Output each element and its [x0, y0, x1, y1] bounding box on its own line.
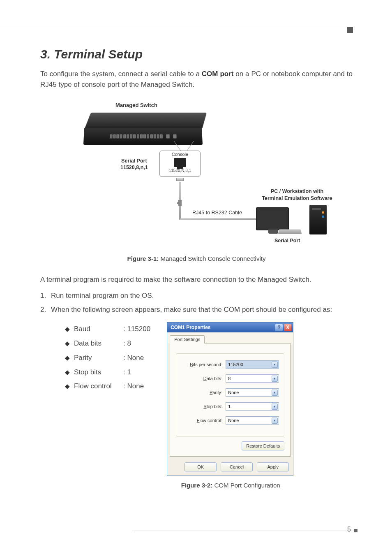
restore-row: Restore Defaults: [176, 441, 284, 450]
page-number: 5: [347, 526, 351, 533]
field-parity: Parity: None ▾: [181, 388, 279, 397]
svg-rect-0: [178, 200, 182, 206]
field-stop-bits: Stop bits: 1 ▾: [181, 402, 279, 411]
chevron-down-icon: ▾: [272, 404, 278, 410]
chevron-down-icon: ▾: [272, 376, 278, 382]
parity-select[interactable]: None ▾: [226, 388, 279, 397]
terminal-program-paragraph: A terminal program is required to make t…: [40, 274, 353, 285]
tab-panel: Bits per second: 115200 ▾ Data bits: 8 ▾: [170, 343, 291, 457]
dialog-titlebar: COM1 Properties ? X: [167, 323, 293, 332]
dialog-wrapper: COM1 Properties ? X Port Settings Bits p…: [167, 322, 294, 489]
param-parity: ◆ Parity : None: [65, 351, 150, 365]
pc-l1: PC / Workstation with: [271, 188, 323, 194]
cancel-button[interactable]: Cancel: [221, 462, 253, 471]
ok-button[interactable]: OK: [184, 462, 217, 471]
switch-device-icon: [83, 113, 203, 144]
figure-3-2-caption: Figure 3-2: COM Port Configuration: [167, 482, 294, 489]
footer-mark: [354, 529, 357, 532]
stopbits-value: 1: [228, 404, 231, 409]
field-data-bits: Data bits: 8 ▾: [181, 374, 279, 383]
com1-properties-dialog: COM1 Properties ? X Port Settings Bits p…: [167, 322, 293, 476]
step-1: 1. Run terminal program on the OS.: [40, 292, 353, 300]
pc-icon: [256, 205, 338, 236]
parity-label: Parity:: [210, 390, 222, 395]
apply-button[interactable]: Apply: [257, 462, 289, 471]
serial-port-label-switch: Serial Port 11520,8,n,1: [120, 158, 148, 171]
fig1-text: Managed Switch Console Connectivity: [159, 255, 265, 262]
flow-select[interactable]: None ▾: [226, 416, 279, 425]
svg-rect-1: [177, 202, 178, 204]
param-databits: ◆ Data bits : 8: [65, 337, 150, 351]
managed-switch-label: Managed Switch: [115, 102, 157, 108]
param-list: ◆ Baud : 115200 ◆ Data bits : 8 ◆ Parity…: [65, 322, 150, 394]
console-label: Console: [172, 152, 188, 157]
chevron-down-icon: ▾: [272, 418, 278, 424]
help-button[interactable]: ?: [275, 324, 283, 331]
step-2-num: 2.: [40, 306, 46, 314]
param-baud: ◆ Baud : 115200: [65, 322, 150, 337]
field-flow-control: Flow control: None ▾: [181, 416, 279, 425]
cable-label: RJ45 to RS232 Cable: [192, 210, 242, 216]
field-bits-per-second: Bits per second: 115200 ▾: [181, 360, 279, 369]
tab-port-settings[interactable]: Port Settings: [170, 335, 205, 343]
stopbits-select[interactable]: 1 ▾: [226, 402, 279, 411]
fig2-bold: Figure 3-2:: [181, 482, 213, 489]
cable-horizontal: [180, 218, 258, 220]
form-group: Bits per second: 115200 ▾ Data bits: 8 ▾: [176, 353, 284, 436]
pc-l2: Terminal Emulation Software: [262, 195, 332, 201]
bullet-icon: ◆: [65, 366, 70, 379]
console-sub: 11520,N,8,1: [160, 168, 200, 173]
fig2-text: COM Port Configuration: [212, 482, 280, 489]
cable-connector-icon: [176, 178, 184, 181]
parity-value: None: [228, 390, 239, 395]
keyboard-icon: [278, 229, 302, 234]
param-stopbits: ◆ Stop bits : 1: [65, 365, 150, 380]
dialog-footer: OK Cancel Apply: [167, 459, 293, 476]
intro-pre: To configure the system, connect a seria…: [40, 70, 202, 78]
databits-select[interactable]: 8 ▾: [226, 374, 279, 383]
lower-section: ◆ Baud : 115200 ◆ Data bits : 8 ◆ Parity…: [40, 322, 353, 489]
chevron-down-icon: ▾: [272, 390, 278, 396]
bps-select[interactable]: 115200 ▾: [226, 360, 279, 369]
param-key: Parity: [74, 351, 123, 365]
flow-label: Flow control:: [197, 418, 222, 423]
dialog-title: COM1 Properties: [171, 325, 210, 330]
param-key: Flow control: [74, 379, 123, 394]
steps-list: 1. Run terminal program on the OS. 2. Wh…: [40, 292, 353, 314]
param-flowcontrol: ◆ Flow control : None: [65, 379, 150, 394]
step-1-text: Run terminal program on the OS.: [51, 292, 154, 299]
param-val: : None: [123, 351, 144, 365]
close-button[interactable]: X: [284, 324, 291, 331]
monitor-icon: [256, 207, 289, 230]
bps-value: 115200: [228, 362, 243, 367]
pc-label: PC / Workstation with Terminal Emulation…: [254, 188, 340, 202]
param-val: : 1: [123, 365, 131, 380]
bullet-icon: ◆: [65, 380, 70, 393]
param-key: Stop bits: [74, 365, 123, 380]
param-key: Data bits: [74, 337, 123, 351]
bps-label: Bits per second:: [190, 362, 222, 367]
connectivity-diagram: Managed Switch Serial Port 11520,8,n,1 C…: [55, 102, 338, 246]
bullet-icon: ◆: [65, 323, 70, 336]
step-2: 2. When the following screen appears, ma…: [40, 306, 353, 314]
intro-paragraph: To configure the system, connect a seria…: [40, 69, 353, 91]
page-content: 3. Terminal Setup To configure the syste…: [40, 47, 353, 489]
intro-bold: COM port: [202, 70, 234, 78]
serial-l1: Serial Port: [121, 158, 147, 164]
step-2-text: When the following screen appears, make …: [51, 306, 332, 313]
chevron-down-icon: ▾: [272, 362, 278, 368]
param-val: : None: [123, 379, 144, 394]
rj45-jack-icon: [174, 158, 186, 167]
param-val: : 115200: [123, 322, 150, 337]
header-mark: [347, 27, 353, 33]
header-rule: [0, 29, 353, 29]
restore-defaults-button[interactable]: Restore Defaults: [242, 441, 284, 450]
databits-label: Data bits:: [203, 376, 222, 381]
flow-value: None: [228, 418, 239, 423]
tab-row: Port Settings: [167, 332, 293, 343]
param-val: : 8: [123, 337, 131, 351]
cable-clip-icon: [177, 200, 183, 207]
param-key: Baud: [74, 322, 123, 337]
tower-icon: [309, 205, 327, 234]
databits-value: 8: [228, 376, 231, 381]
